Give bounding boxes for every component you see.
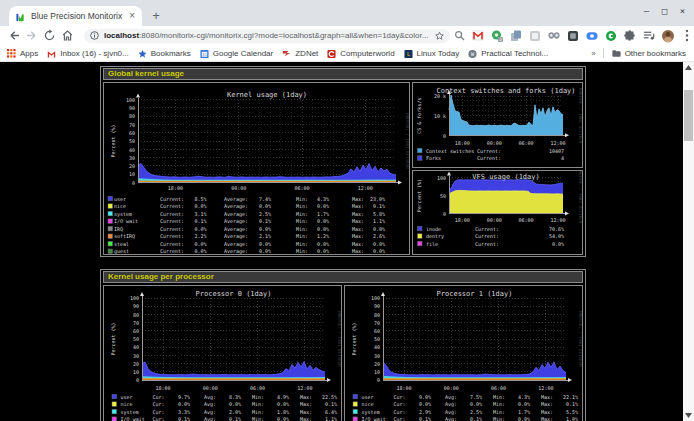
scroll-up-icon[interactable] — [683, 62, 694, 73]
bookmark-item-3[interactable]: 31Google Calendar — [200, 49, 273, 58]
graph-title: Processor 1 (1day) — [437, 290, 513, 298]
other-bookmarks-button[interactable]: Other bookmarks — [612, 49, 686, 58]
rrdtool-watermark: RRDTOOL / TOBI OETIKER — [578, 171, 582, 224]
legend-stat-key: Max: — [352, 203, 364, 209]
close-button[interactable]: × — [677, 6, 688, 17]
tab-close-icon[interactable]: × — [129, 11, 135, 21]
legend-stat-value: 0.1% — [229, 416, 241, 421]
graph-kernel-usage[interactable]: Kernel usage (1day)Percent (%)1009080706… — [103, 82, 410, 255]
bookmark-item-7[interactable]: WPractical Technol... — [468, 49, 548, 58]
mask-icon[interactable] — [548, 30, 560, 42]
bookmark-item-1[interactable]: Inbox (16) - sjvn0... — [47, 49, 128, 58]
legend-swatch — [418, 241, 423, 246]
green-ring-icon[interactable] — [605, 30, 617, 42]
legend-stat-key: Cur: — [153, 401, 165, 407]
scroll-down-icon[interactable] — [683, 410, 694, 421]
search-icon[interactable] — [453, 30, 465, 42]
minimize-button[interactable]: – — [641, 6, 652, 17]
y-tick-label: 50 — [133, 336, 139, 342]
x-tick-label: 18:00 — [455, 140, 470, 146]
legend-label: user — [121, 394, 133, 400]
legend-stat-key: Min: — [493, 409, 505, 415]
computerworld-icon — [327, 49, 336, 58]
bookmark-item-0[interactable]: Apps — [7, 49, 38, 58]
y-tick-label: 20 — [129, 163, 135, 169]
vertical-scrollbar[interactable] — [683, 62, 694, 421]
new-tab-button[interactable]: + — [148, 8, 164, 24]
legend-stat-key: Avg: — [204, 394, 216, 401]
bookmarks-separator — [603, 48, 604, 58]
graph-processor-1[interactable]: Processor 1 (1day)Percent (%)10090807060… — [344, 285, 583, 421]
legend-stat-key: Cur: — [394, 409, 406, 415]
folder-icon — [612, 49, 621, 58]
legend-stat-key: Max: — [300, 401, 312, 407]
browser-tab[interactable]: Blue Precision Monitorix × — [9, 6, 142, 26]
bookmark-item-5[interactable]: Computerworld — [327, 49, 394, 58]
legend-stat-value: 0.0% — [317, 218, 329, 224]
legend-stat-value: 10407 — [549, 148, 564, 154]
bookmark-item-6[interactable]: LLinux Today — [404, 49, 460, 58]
legend-stat-key: Avg: — [204, 416, 216, 421]
graph-vfs-usage[interactable]: VFS usage (1day)Percent (%)10050018:0000… — [412, 170, 583, 255]
menu-dots-icon[interactable] — [681, 30, 693, 42]
legend-stat-key: Average: — [224, 248, 248, 254]
bookmark-item-4[interactable]: ZDNet — [282, 49, 318, 58]
reload-button[interactable] — [43, 28, 58, 43]
legend-stat-value: 0.0% — [194, 203, 206, 209]
dark-square-icon[interactable] — [567, 30, 579, 42]
legend-stat-value: 0.0% — [194, 226, 206, 232]
x-tick-label: 12:00 — [538, 385, 553, 391]
browser-window: Blue Precision Monitorix × + – □ × local… — [0, 0, 694, 421]
legend-stat-key: Average: — [224, 211, 248, 218]
page-info-icon[interactable] — [90, 31, 99, 40]
linuxtoday-icon: L — [404, 49, 413, 58]
x-tick-label: 12:00 — [550, 140, 565, 146]
home-button[interactable] — [61, 28, 76, 43]
green-badge-icon[interactable]: 2 — [491, 30, 503, 42]
playlist-icon[interactable] — [643, 30, 655, 42]
gmail-icon[interactable] — [472, 30, 484, 42]
grey-square-icon[interactable] — [529, 30, 541, 42]
legend-stat-value: 3.1% — [194, 211, 206, 217]
section-title: Global kernel usage — [103, 68, 583, 80]
graph-processor-0[interactable]: Processor 0 (1day)Percent (%)10090807060… — [103, 285, 342, 421]
copy-pages-icon[interactable] — [510, 30, 522, 42]
legend-stat-key: Min: — [296, 203, 308, 209]
legend-stat-value: 0.1% — [470, 416, 482, 421]
maximize-button[interactable]: □ — [659, 6, 670, 17]
back-button[interactable] — [8, 28, 23, 43]
svg-text:2: 2 — [499, 37, 502, 42]
legend-swatch — [112, 417, 117, 421]
blue-pill-icon[interactable] — [586, 30, 598, 42]
legend-stat-value: 6.4% — [325, 409, 337, 415]
scrollbar-thumb[interactable] — [684, 90, 693, 141]
profile-avatar-icon[interactable] — [662, 30, 674, 42]
extensions-puzzle-icon[interactable] — [624, 30, 636, 42]
legend-stat-key: Current: — [160, 211, 184, 217]
legend-label: IRQ — [114, 226, 123, 232]
y-tick-label: 40 — [374, 344, 380, 350]
monitorix-favicon-icon — [16, 12, 25, 21]
legend-stat-value: 0.0% — [277, 401, 289, 407]
x-tick-label: 00:00 — [444, 385, 459, 391]
address-bar[interactable]: localhost:8080/monitorix-cgi/monitorix.c… — [84, 29, 450, 43]
graph-context-switches[interactable]: Context switches and forks (1day)CS & fo… — [412, 82, 583, 168]
bookmarks-overflow-icon[interactable]: » — [591, 49, 594, 58]
bookmark-star-icon[interactable] — [435, 31, 444, 40]
bookmark-label: Practical Technol... — [481, 49, 548, 58]
forward-button[interactable] — [25, 28, 40, 43]
legend-stat-key: Max: — [352, 248, 364, 254]
legend-stat-value: 2.5% — [470, 409, 482, 415]
x-tick-label: 00:00 — [487, 140, 502, 146]
legend-swatch — [108, 204, 113, 209]
legend-stat-value: 4 — [561, 155, 564, 161]
legend-stat-value: 1.1% — [325, 416, 337, 421]
legend-swatch — [353, 402, 358, 407]
legend-stat-key: Min: — [296, 233, 308, 239]
bookmark-item-2[interactable]: Bookmarks — [138, 49, 191, 58]
legend-stat-value: 4.9% — [277, 394, 289, 400]
y-tick-label: 100 — [371, 295, 380, 301]
y-tick-label: 10 — [133, 369, 139, 375]
legend-label: inode — [426, 226, 441, 232]
x-tick-label: 18:00 — [455, 217, 470, 223]
